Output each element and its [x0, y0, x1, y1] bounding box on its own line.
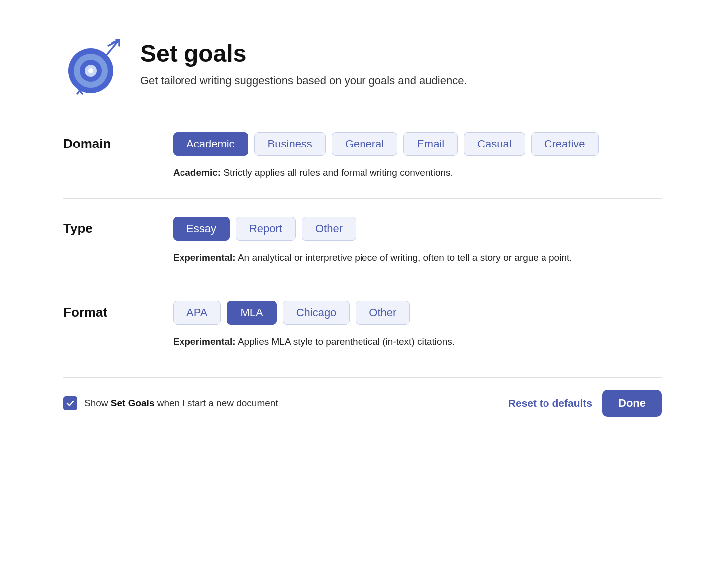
format-option-other[interactable]: Other	[356, 301, 410, 325]
format-label: Format	[63, 301, 173, 320]
domain-option-creative[interactable]: Creative	[531, 132, 599, 156]
type-option-other[interactable]: Other	[302, 217, 356, 241]
format-description-text: Applies MLA style to parenthetical (in-t…	[236, 336, 455, 347]
show-goals-checkbox[interactable]	[63, 396, 77, 410]
type-description: Experimental: An analytical or interpret…	[173, 251, 662, 265]
footer-right: Reset to defaults Done	[508, 390, 662, 417]
format-option-apa[interactable]: APA	[173, 301, 221, 325]
checkbox-label-bold: Set Goals	[111, 398, 155, 408]
header-text: Set goals Get tailored writing suggestio…	[140, 35, 467, 87]
domain-content: Academic Business General Email Casual C…	[173, 132, 662, 180]
type-option-essay[interactable]: Essay	[173, 217, 230, 241]
format-option-mla[interactable]: MLA	[227, 301, 276, 325]
format-section: Format APA MLA Chicago Other Experimenta…	[63, 283, 662, 367]
page-subtitle: Get tailored writing suggestions based o…	[140, 74, 467, 87]
domain-option-email[interactable]: Email	[403, 132, 458, 156]
type-description-label: Experimental:	[173, 252, 236, 263]
main-container: Set goals Get tailored writing suggestio…	[63, 20, 662, 417]
done-button[interactable]: Done	[602, 390, 662, 417]
domain-option-academic[interactable]: Academic	[173, 132, 248, 156]
checkbox-label-pre: Show	[84, 398, 111, 408]
domain-description: Academic: Strictly applies all rules and…	[173, 166, 662, 180]
type-section: Type Essay Report Other Experimental: An…	[63, 199, 662, 283]
domain-description-label: Academic:	[173, 167, 221, 178]
show-goals-checkbox-wrapper: Show Set Goals when I start a new docume…	[63, 396, 278, 410]
domain-options: Academic Business General Email Casual C…	[173, 132, 662, 156]
goal-icon	[63, 35, 128, 100]
format-description-label: Experimental:	[173, 336, 236, 347]
domain-option-general[interactable]: General	[332, 132, 397, 156]
domain-description-text: Strictly applies all rules and formal wr…	[221, 167, 453, 178]
type-option-report[interactable]: Report	[236, 217, 296, 241]
format-description: Experimental: Applies MLA style to paren…	[173, 335, 662, 349]
show-goals-label: Show Set Goals when I start a new docume…	[84, 398, 278, 409]
footer-left: Show Set Goals when I start a new docume…	[63, 396, 278, 410]
domain-label: Domain	[63, 132, 173, 151]
domain-option-business[interactable]: Business	[254, 132, 326, 156]
format-content: APA MLA Chicago Other Experimental: Appl…	[173, 301, 662, 349]
domain-option-casual[interactable]: Casual	[464, 132, 525, 156]
type-content: Essay Report Other Experimental: An anal…	[173, 217, 662, 265]
format-options: APA MLA Chicago Other	[173, 301, 662, 325]
header: Set goals Get tailored writing suggestio…	[63, 20, 662, 114]
type-options: Essay Report Other	[173, 217, 662, 241]
type-label: Type	[63, 217, 173, 236]
footer: Show Set Goals when I start a new docume…	[63, 377, 662, 417]
checkbox-label-post: when I start a new document	[154, 398, 278, 408]
page-title: Set goals	[140, 40, 467, 67]
format-option-chicago[interactable]: Chicago	[283, 301, 350, 325]
svg-point-12	[89, 69, 93, 73]
domain-section: Domain Academic Business General Email C…	[63, 114, 662, 198]
reset-button[interactable]: Reset to defaults	[508, 397, 592, 409]
type-description-text: An analytical or interpretive piece of w…	[236, 252, 572, 263]
